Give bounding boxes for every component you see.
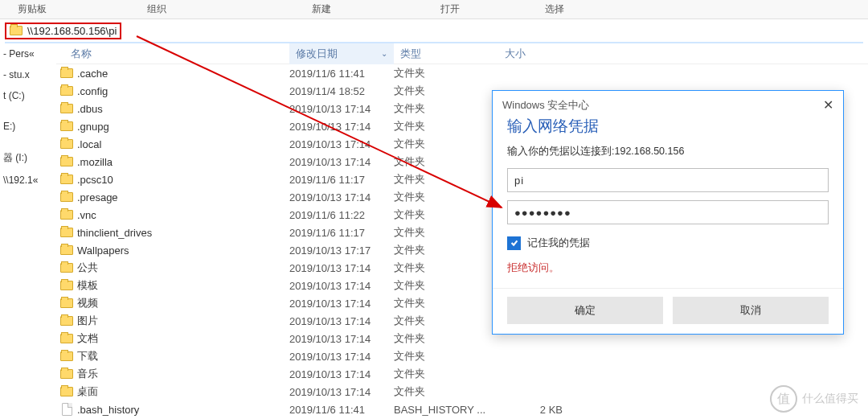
dialog-caption: Windows 安全中心 [502, 98, 589, 113]
folder-icon [60, 334, 73, 343]
folder-icon [60, 245, 73, 255]
username-input[interactable] [507, 168, 829, 192]
folder-icon [60, 104, 73, 113]
folder-icon [60, 68, 73, 78]
cell-name: .dbus [77, 103, 289, 115]
col-date-label: 修改日期 [296, 47, 338, 61]
folder-icon [60, 281, 73, 290]
cell-name: .local [77, 138, 289, 150]
tree-item[interactable]: t (C:) [0, 85, 56, 106]
tree-item[interactable]: \\192.1« [0, 170, 56, 191]
cell-name: Wallpapers [77, 244, 289, 257]
folder-icon [10, 26, 23, 35]
column-headers: 名称 修改日期 ⌄ 类型 大小 [56, 43, 868, 64]
cell-name: 下载 [77, 349, 289, 364]
cell-name: 视频 [77, 296, 289, 310]
col-name[interactable]: 名称 [64, 43, 289, 64]
cell-type: 文件夹 [394, 137, 498, 151]
nav-tree[interactable]: - Pers«- stu.xt (C:)E:)器 (I:)\\192.1« [0, 43, 56, 419]
cell-date: 2019/10/13 17:14 [289, 333, 394, 345]
cell-name: 文档 [77, 331, 289, 346]
col-size[interactable]: 大小 [498, 43, 595, 64]
cell-name: .vnc [77, 209, 289, 221]
cell-type: 文件夹 [394, 367, 498, 381]
checkmark-icon [507, 236, 521, 250]
folder-icon [60, 86, 73, 96]
close-icon[interactable]: ✕ [823, 97, 833, 113]
cell-type: 文件夹 [394, 314, 498, 328]
cell-date: 2019/10/13 17:14 [289, 298, 394, 310]
folder-icon [60, 210, 73, 220]
tree-item[interactable]: - stu.x [0, 64, 56, 85]
cell-type: 文件夹 [394, 278, 498, 293]
folder-icon [60, 316, 73, 326]
folder-icon [60, 351, 73, 361]
dialog-subtitle: 输入你的凭据以连接到:192.168.50.156 [493, 145, 843, 168]
watermark: 值 什么值得买 [770, 385, 858, 413]
cancel-button[interactable]: 取消 [673, 297, 829, 324]
cell-name: .cache [77, 68, 289, 80]
ribbon-group-new: 新建 [249, 0, 394, 18]
col-type[interactable]: 类型 [394, 43, 498, 64]
tree-item[interactable]: - Pers« [0, 43, 56, 64]
password-input[interactable] [507, 200, 829, 224]
address-bar[interactable]: \\192.168.50.156\pi [5, 23, 121, 39]
file-icon [62, 403, 72, 416]
folder-icon [60, 298, 73, 308]
col-date[interactable]: 修改日期 ⌄ [289, 43, 394, 64]
cell-type: 文件夹 [394, 296, 498, 310]
cell-type: BASH_HISTORY ... [394, 404, 498, 416]
cell-type: 文件夹 [394, 101, 498, 116]
ribbon-group-open: 打开 [394, 0, 506, 18]
cell-date: 2019/10/13 17:14 [289, 138, 394, 150]
cell-date: 2019/10/13 17:14 [289, 280, 394, 292]
remember-checkbox[interactable]: 记住我的凭据 [507, 236, 829, 250]
cell-date: 2019/10/13 17:14 [289, 156, 394, 168]
folder-icon [60, 192, 73, 202]
folder-icon [60, 228, 73, 237]
folder-icon [60, 121, 73, 131]
cell-date: 2019/10/13 17:14 [289, 121, 394, 133]
cell-name: 公共 [77, 261, 289, 275]
address-text: \\192.168.50.156\pi [27, 25, 117, 37]
cell-type: 文件夹 [394, 207, 498, 222]
cell-size: 2 KB [498, 404, 595, 416]
cell-name: .config [77, 85, 289, 97]
cell-type: 文件夹 [394, 349, 498, 364]
tree-item[interactable]: 器 (I:) [0, 146, 56, 170]
cell-date: 2019/11/6 11:17 [289, 227, 394, 239]
cell-name: .mozilla [77, 156, 289, 168]
cell-name: 音乐 [77, 367, 289, 381]
cell-type: 文件夹 [394, 243, 498, 257]
cell-date: 2019/11/6 11:22 [289, 209, 394, 221]
table-row[interactable]: .bash_history2019/11/6 11:41BASH_HISTORY… [56, 401, 868, 418]
cell-type: 文件夹 [394, 84, 498, 98]
table-row[interactable]: 下载2019/10/13 17:14文件夹 [56, 347, 868, 365]
folder-icon [60, 263, 73, 273]
folder-icon [60, 139, 73, 149]
cell-date: 2019/10/13 17:14 [289, 191, 394, 203]
tree-item[interactable] [0, 106, 56, 116]
cell-date: 2019/10/13 17:14 [289, 368, 394, 380]
ribbon-group-clipboard: 剪贴板 [0, 0, 64, 18]
cell-type: 文件夹 [394, 66, 498, 80]
folder-icon [60, 175, 73, 184]
chevron-down-icon[interactable]: ⌄ [381, 49, 387, 58]
table-row[interactable]: 桌面2019/10/13 17:14文件夹 [56, 383, 868, 401]
cell-name: 桌面 [77, 384, 289, 399]
tree-item[interactable]: E:) [0, 116, 56, 137]
cell-name: .bash_history [77, 404, 289, 416]
cell-date: 2019/10/13 17:14 [289, 386, 394, 398]
ribbon-group-organize: 组织 [64, 0, 249, 18]
cell-type: 文件夹 [394, 261, 498, 275]
ribbon: 剪贴板 组织 新建 打开 选择 [0, 0, 868, 19]
ribbon-group-select: 选择 [506, 0, 603, 18]
ok-button[interactable]: 确定 [507, 297, 663, 324]
folder-icon [60, 387, 73, 396]
tree-item[interactable] [0, 137, 56, 146]
remember-label: 记住我的凭据 [527, 236, 590, 250]
cell-date: 2019/11/6 11:41 [289, 68, 394, 80]
cell-type: 文件夹 [394, 331, 498, 346]
table-row[interactable]: 音乐2019/10/13 17:14文件夹 [56, 365, 868, 383]
table-row[interactable]: .cache2019/11/6 11:41文件夹 [56, 64, 868, 82]
